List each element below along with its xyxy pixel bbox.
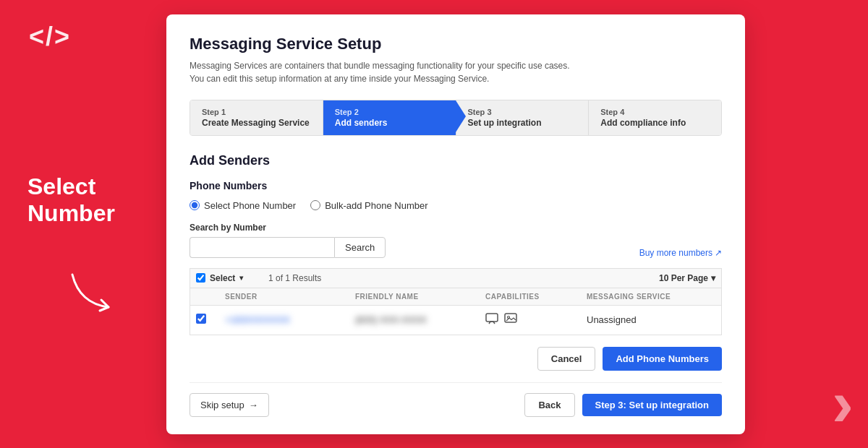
code-symbol: </> — [29, 22, 71, 52]
sms-icon — [485, 313, 498, 327]
radio-select-input[interactable] — [190, 200, 200, 210]
col-header-friendly-name: FRIENDLY NAME — [355, 293, 485, 301]
per-page-selector[interactable]: 10 Per Page ▾ — [659, 273, 715, 283]
svg-rect-0 — [486, 314, 498, 322]
step-4[interactable]: Step 4 Add compliance info — [589, 100, 721, 135]
back-button[interactable]: Back — [524, 393, 574, 417]
footer-bar: Skip setup → Back Step 3: Set up integra… — [190, 382, 722, 417]
card-subtitle: Messaging Services are containers that b… — [190, 59, 722, 85]
step3-button[interactable]: Step 3: Set up integration — [582, 394, 722, 416]
search-left: Search by Number Search — [190, 223, 386, 258]
search-row: Search by Number Search Buy more numbers… — [190, 223, 722, 258]
mms-icon — [504, 313, 517, 327]
step-1[interactable]: Step 1 Create Messaging Service — [190, 100, 323, 135]
table-results-count: 1 of 1 Results — [268, 273, 659, 283]
buy-numbers-link[interactable]: Buy more numbers ↗ — [639, 248, 722, 258]
col-header-checkbox — [196, 293, 225, 301]
row-messaging-service: Unassigned — [587, 314, 715, 325]
row-friendly-name: (833) XXX-XXXX — [355, 314, 485, 325]
search-input-group: Search — [190, 237, 386, 258]
footer-right: Back Step 3: Set up integration — [524, 393, 722, 417]
column-headers: SENDER FRIENDLY NAME CAPABILITIES MESSAG… — [190, 288, 722, 305]
radio-bulk-input[interactable] — [310, 200, 320, 210]
decorative-chevron: › — [832, 366, 854, 441]
radio-group: Select Phone Number Bulk-add Phone Numbe… — [190, 200, 722, 211]
step-2[interactable]: Step 2 Add senders — [323, 100, 456, 135]
search-label: Search by Number — [190, 223, 386, 233]
decorative-arrow — [58, 260, 116, 318]
select-all-checkbox[interactable] — [196, 273, 205, 283]
table-row: +183XXXXXXX (833) XXX-XXXX Unassigned — [190, 305, 722, 335]
row-checkbox[interactable] — [196, 314, 206, 324]
cancel-button[interactable]: Cancel — [537, 347, 596, 371]
per-page-chevron-icon: ▾ — [711, 273, 715, 283]
search-input[interactable] — [190, 237, 334, 258]
phone-numbers-title: Phone Numbers — [190, 180, 722, 191]
search-button[interactable]: Search — [334, 237, 386, 258]
table-header-row: Select ▾ 1 of 1 Results 10 Per Page ▾ — [190, 268, 722, 288]
step-3[interactable]: Step 3 Set up integration — [456, 100, 590, 135]
skip-setup-button[interactable]: Skip setup → — [190, 393, 269, 417]
radio-bulk-phone[interactable]: Bulk-add Phone Number — [310, 200, 427, 211]
table-select-all: Select ▾ — [196, 273, 268, 283]
skip-arrow-icon: → — [249, 400, 258, 410]
select-dropdown-icon[interactable]: ▾ — [239, 274, 243, 282]
col-header-sender: SENDER — [225, 293, 355, 301]
section-title: Add Senders — [190, 153, 722, 168]
bottom-actions: Cancel Add Phone Numbers — [190, 347, 722, 371]
row-capabilities — [485, 313, 587, 327]
col-header-messaging-service: MESSAGING SERVICE — [587, 293, 715, 301]
row-checkbox-cell — [196, 314, 225, 327]
card-title: Messaging Service Setup — [190, 35, 722, 53]
steps-bar: Step 1 Create Messaging Service Step 2 A… — [190, 100, 722, 136]
row-sender: +183XXXXXXX — [225, 314, 355, 325]
add-phone-button[interactable]: Add Phone Numbers — [603, 347, 722, 371]
select-number-label: Select Number — [27, 173, 143, 227]
col-header-capabilities: CAPABILITIES — [485, 293, 587, 301]
external-link-icon: ↗ — [715, 248, 722, 258]
main-card: Messaging Service Setup Messaging Servic… — [166, 14, 745, 434]
radio-select-phone[interactable]: Select Phone Number — [190, 200, 296, 211]
